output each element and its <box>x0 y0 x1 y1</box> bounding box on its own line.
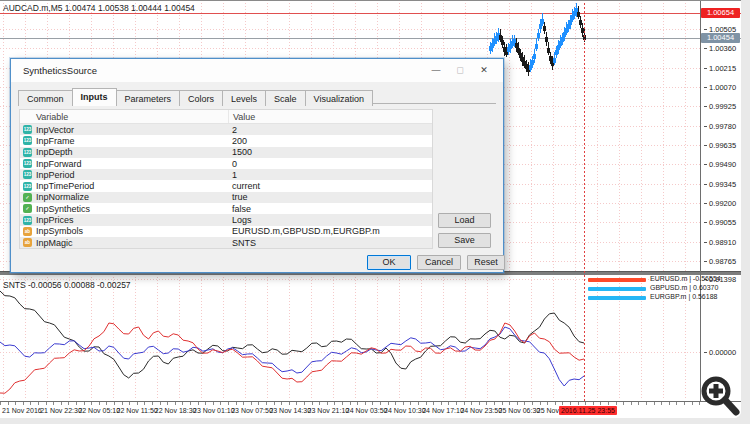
price-tick-label: 0.99055 <box>704 218 736 227</box>
time-tick-label: 23 Nov 01:10 <box>193 407 235 414</box>
numeric-type-icon: 123 <box>23 170 32 179</box>
axis-tick <box>704 29 707 30</box>
price-tick-label: 0.99490 <box>704 160 736 169</box>
table-row[interactable]: ✓InpSyntheticsfalse <box>20 203 432 214</box>
minimize-icon[interactable]: — <box>425 62 447 79</box>
axis-tick <box>704 222 707 223</box>
price-tick-label: 0.98765 <box>704 257 736 266</box>
legend-color-swatch <box>588 296 646 300</box>
variable-cell: 123InpFrame <box>20 136 228 146</box>
crosshair-time-label: 2016.11.25 23:55 <box>559 406 617 415</box>
variable-cell: 123InpPeriod <box>20 170 228 180</box>
table-row[interactable]: 123InpPeriod1 <box>20 169 432 180</box>
tab-scale[interactable]: Scale <box>265 90 306 106</box>
tab-parameters[interactable]: Parameters <box>116 90 181 106</box>
price-tick-label: 1.00360 <box>704 44 736 53</box>
variable-cell: 123InpPrices <box>20 215 228 225</box>
indicator-properties-dialog: SyntheticsSource — ◻ ✕ CommonInputsParam… <box>10 58 504 273</box>
value-cell[interactable]: Logs <box>228 215 432 225</box>
inputs-table: Variable Value 123InpVector2123InpFrame2… <box>19 109 433 249</box>
value-cell[interactable]: false <box>228 204 432 214</box>
price-alert-label: 1.00654 <box>701 8 740 18</box>
price-tick-label: 0.98910 <box>704 238 736 247</box>
price-tick-label: 0.99925 <box>704 102 736 111</box>
column-header-value[interactable]: Value <box>228 110 432 123</box>
dialog-tabbar: CommonInputsParametersColorsLevelsScaleV… <box>18 86 496 104</box>
price-tick-label: 1.00215 <box>704 64 736 73</box>
value-cell[interactable]: EURUSD.m,GBPUSD.m,EURGBP.m <box>228 226 432 236</box>
time-axis-ticks <box>0 402 700 405</box>
variable-name: InpSynthetics <box>36 204 90 214</box>
tab-visualization[interactable]: Visualization <box>305 90 373 106</box>
value-cell[interactable]: 200 <box>228 136 432 146</box>
axis-tick <box>704 203 707 204</box>
tab-colors[interactable]: Colors <box>179 90 223 106</box>
table-row[interactable]: 123InpPricesLogs <box>20 214 432 225</box>
table-row[interactable]: 123InpForward0 <box>20 158 432 169</box>
time-tick-label: 24 Nov 03:50 <box>346 407 388 414</box>
table-row[interactable]: 123InpFrame200 <box>20 135 432 146</box>
table-row[interactable]: abInpMagicSNTS <box>20 237 432 248</box>
time-tick-label: 21 Nov 2016 <box>2 407 42 414</box>
table-row[interactable]: abInpSymbolsEURUSD.m,GBPUSD.m,EURGBP.m <box>20 226 432 237</box>
reset-button[interactable]: Reset <box>467 255 505 270</box>
legend-label: GBPUSD.m | 0.60370 <box>650 284 718 291</box>
value-cell[interactable]: SNTS <box>228 238 432 248</box>
value-cell[interactable]: 1500 <box>228 147 432 157</box>
variable-cell: 123InpForward <box>20 159 228 169</box>
value-cell[interactable]: current <box>228 181 432 191</box>
time-tick-label: 22 Nov 11:50 <box>117 407 158 414</box>
variable-cell: abInpSymbols <box>20 226 228 236</box>
time-tick-label: 25 Nov 06:30 <box>499 407 541 414</box>
table-row[interactable]: 123InpVector2 <box>20 124 432 135</box>
value-cell[interactable]: true <box>228 192 432 202</box>
indicator-tick-label: 0.00000 <box>704 348 736 357</box>
time-tick-label: 23 Nov 14:30 <box>269 407 311 414</box>
price-tick-label: 0.99200 <box>704 199 736 208</box>
legend-color-swatch <box>588 278 646 282</box>
current-price-label: 1.00454 <box>701 33 740 43</box>
tab-inputs[interactable]: Inputs <box>72 88 117 106</box>
numeric-type-icon: 123 <box>23 125 32 134</box>
boolean-type-icon: ✓ <box>23 193 32 202</box>
numeric-type-icon: 123 <box>23 159 32 168</box>
price-tick-label: 0.99635 <box>704 141 736 150</box>
magnifier-zoom-icon[interactable] <box>698 373 741 418</box>
variable-name: InpPrices <box>36 215 74 225</box>
time-tick-label: 22 Nov 18:30 <box>155 407 197 414</box>
value-cell[interactable]: 2 <box>228 125 432 135</box>
table-row[interactable]: 123InpDepth1500 <box>20 147 432 158</box>
load-button[interactable]: Load <box>438 213 491 228</box>
time-tick-label: 24 Nov 17:10 <box>422 407 464 414</box>
dialog-title: SyntheticsSource <box>23 65 97 76</box>
time-tick-label: 23 Nov 21:10 <box>308 407 350 414</box>
price-tick-label: 1.00070 <box>704 83 736 92</box>
tab-levels[interactable]: Levels <box>222 90 266 106</box>
column-header-variable[interactable]: Variable <box>20 110 228 123</box>
table-row[interactable]: 123InpTimePeriodcurrent <box>20 180 432 191</box>
dialog-titlebar[interactable]: SyntheticsSource — ◻ ✕ <box>11 59 503 82</box>
close-icon[interactable]: ✕ <box>473 62 495 79</box>
variable-name: InpPeriod <box>36 170 75 180</box>
save-button[interactable]: Save <box>438 233 491 248</box>
string-type-icon: ab <box>23 238 32 247</box>
ok-button[interactable]: OK <box>367 255 411 270</box>
time-axis[interactable]: 21 Nov 201621 Nov 22:3022 Nov 05:1022 No… <box>0 401 741 418</box>
axis-tick <box>704 261 707 262</box>
variable-name: InpVector <box>36 125 74 135</box>
legend-color-swatch <box>588 287 646 291</box>
axis-tick <box>704 184 707 185</box>
variable-cell: 123InpVector <box>20 125 228 135</box>
tab-common[interactable]: Common <box>18 90 73 106</box>
value-cell[interactable]: 0 <box>228 159 432 169</box>
table-row[interactable]: ✓InpNormalizetrue <box>20 192 432 203</box>
axis-tick <box>704 106 707 107</box>
cancel-button[interactable]: Cancel <box>417 255 461 270</box>
value-cell[interactable]: 1 <box>228 170 432 180</box>
variable-cell: 123InpDepth <box>20 147 228 157</box>
chart-symbol-ohlc: AUDCAD.m,M5 1.00474 1.00538 1.00444 1.00… <box>3 3 195 13</box>
screen: AUDCAD.m,M5 1.00474 1.00538 1.00444 1.00… <box>0 0 750 424</box>
time-tick-label: 21 Nov 22:30 <box>40 407 82 414</box>
inputs-table-header: Variable Value <box>20 110 432 124</box>
variable-cell: 123InpTimePeriod <box>20 181 228 191</box>
